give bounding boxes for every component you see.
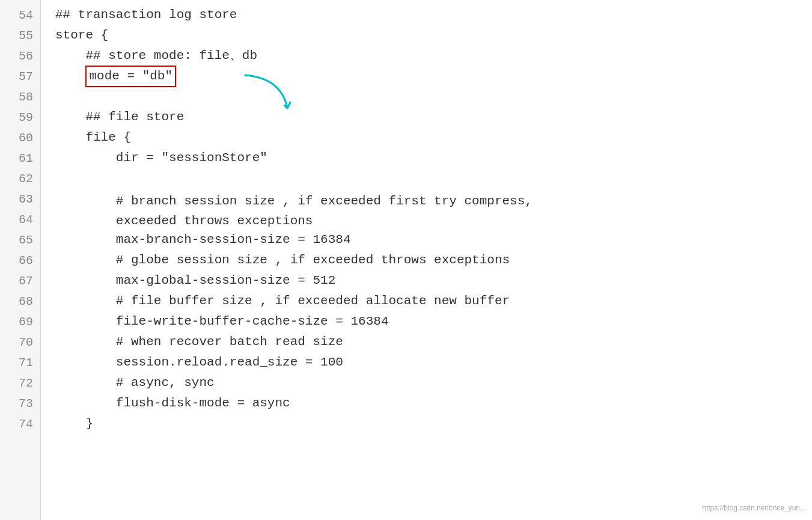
line-number-64: 64	[0, 209, 40, 230]
code-line-63: # branch session size , if exceeded firs…	[55, 189, 812, 230]
line-number-74: 74	[0, 414, 40, 434]
code-text: file {	[55, 128, 131, 148]
line-number-55: 55	[0, 25, 40, 46]
code-line-61: dir = "sessionStore"	[55, 148, 812, 168]
line-number-63: 63	[0, 189, 40, 209]
code-prefix	[55, 67, 85, 87]
code-line-65: # globe session size , if exceeded throw…	[55, 250, 812, 271]
code-text: # async, sync	[55, 373, 215, 393]
line-number-61: 61	[0, 148, 40, 168]
code-line-67: # file buffer size , if exceeded allocat…	[55, 291, 812, 311]
code-line-56: ## store mode: file、db	[55, 46, 812, 66]
code-line-69: # when recover batch read size	[55, 332, 812, 352]
code-line-66: max-global-session-size = 512	[55, 271, 812, 291]
code-content: ## transaction log storestore { ## store…	[41, 0, 812, 520]
code-text: max-branch-session-size = 16384	[55, 230, 350, 250]
code-text: }	[55, 414, 93, 434]
code-text: # file buffer size , if exceeded allocat…	[55, 292, 510, 311]
code-line-71: # async, sync	[55, 373, 812, 393]
line-number-69: 69	[0, 311, 40, 332]
code-text: dir = "sessionStore"	[55, 148, 267, 168]
code-text: max-global-session-size = 512	[55, 271, 335, 291]
code-text: ## transaction log store	[55, 5, 237, 25]
line-number-65: 65	[0, 230, 40, 250]
code-line-57: mode = "db"	[55, 66, 812, 87]
code-container: 5455565758596061626364656667686970717273…	[0, 0, 812, 520]
line-numbers: 5455565758596061626364656667686970717273…	[0, 0, 41, 520]
line-number-54: 54	[0, 5, 40, 25]
code-line-60: file {	[55, 127, 812, 148]
code-line-72: flush-disk-mode = async	[55, 393, 812, 414]
line-number-58: 58	[0, 87, 40, 107]
code-text: # globe session size , if exceeded throw…	[55, 251, 510, 271]
line-number-71: 71	[0, 352, 40, 373]
line-number-56: 56	[0, 46, 40, 66]
code-text: ## store mode: file、db	[55, 46, 257, 66]
highlighted-code: mode = "db"	[85, 66, 176, 88]
comment-line1: # branch session size , if exceeded firs…	[55, 192, 533, 212]
line-number-66: 66	[0, 250, 40, 271]
code-line-55: store {	[55, 25, 812, 46]
code-line-62	[55, 168, 812, 189]
line-number-72: 72	[0, 373, 40, 393]
line-number-67: 67	[0, 271, 40, 291]
line-number-68: 68	[0, 291, 40, 311]
line-number-60: 60	[0, 127, 40, 148]
code-line-59: ## file store	[55, 107, 812, 127]
watermark: https://blog.csdn.net/once_yun...	[702, 503, 806, 514]
line-number-59: 59	[0, 107, 40, 127]
code-line-68: file-write-buffer-cache-size = 16384	[55, 311, 812, 332]
code-line-73: }	[55, 414, 812, 434]
code-text: flush-disk-mode = async	[55, 394, 290, 414]
line-number-73: 73	[0, 393, 40, 414]
line-number-62: 62	[0, 168, 40, 189]
code-line-54: ## transaction log store	[55, 5, 812, 25]
code-text: file-write-buffer-cache-size = 16384	[55, 312, 389, 332]
code-line-64: max-branch-session-size = 16384	[55, 230, 812, 250]
code-line-70: session.reload.read_size = 100	[55, 352, 812, 373]
code-text: session.reload.read_size = 100	[55, 353, 343, 373]
code-line-58	[55, 87, 812, 107]
line-number-70: 70	[0, 332, 40, 352]
line-number-57: 57	[0, 66, 40, 87]
code-text: store {	[55, 26, 108, 46]
code-text: ## file store	[55, 108, 184, 127]
code-line-74	[55, 434, 812, 454]
comment-line2: exceeded throws exceptions	[55, 212, 533, 231]
code-text: # when recover batch read size	[55, 332, 343, 352]
